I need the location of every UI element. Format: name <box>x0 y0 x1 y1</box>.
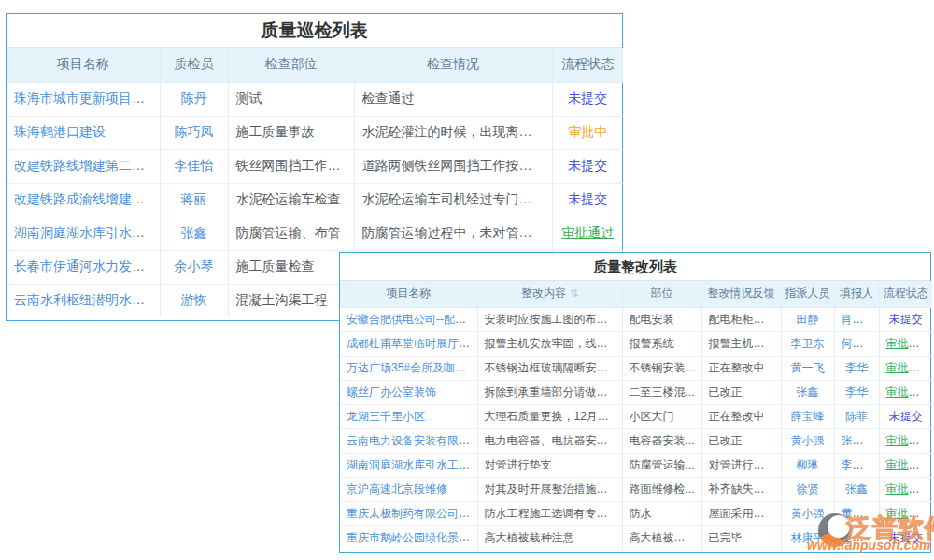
feedback-cell: 已改正 <box>701 428 781 453</box>
column-header-situation[interactable]: 检查情况 <box>354 48 552 82</box>
status-badge[interactable]: 未提交 <box>568 191 607 206</box>
status-badge[interactable]: 审批通过 <box>886 337 931 350</box>
project-link[interactable]: 湖南洞庭湖水库引水工... <box>14 225 156 240</box>
table-row: 湖南洞庭湖水库引水工...张鑫防腐管运输、布管防腐管运输过程中，未对管进行...… <box>7 217 623 250</box>
assignee-link[interactable]: 张鑫 <box>797 385 819 399</box>
column-header-reporter[interactable]: 填报人 <box>834 281 879 307</box>
reporter-link[interactable]: 张鑫 <box>845 483 868 496</box>
table-row: 珠海鹤港口建设陈巧凤施工质量事故水泥砼灌注的时候，出现离析现象审批中 <box>7 116 623 149</box>
column-header-part[interactable]: 部位 <box>622 281 701 307</box>
status-badge[interactable]: 审批通过 <box>886 507 931 520</box>
project-link[interactable]: 湖南洞庭湖水库引水工程施工标 <box>347 458 477 471</box>
assignee-link[interactable]: 黄小强 <box>791 507 825 520</box>
status-badge[interactable]: 审批通过 <box>886 458 931 471</box>
column-header-project[interactable]: 项目名称 <box>7 48 160 82</box>
column-header-project[interactable]: 项目名称 <box>340 281 477 307</box>
reporter-link[interactable]: 陈菲 <box>845 410 868 423</box>
status-badge[interactable]: 未提交 <box>889 313 923 326</box>
part-cell: 测试 <box>228 82 354 116</box>
assignee-link[interactable]: 黄小强 <box>791 434 825 447</box>
reporter-link[interactable]: 何芷茵 <box>842 337 875 350</box>
status-badge[interactable]: 未提交 <box>889 531 923 544</box>
status-badge[interactable]: 未提交 <box>568 158 607 173</box>
reporter-link[interactable]: 董清平 <box>842 507 875 520</box>
assignee-link[interactable]: 黄一飞 <box>791 361 825 374</box>
project-cell: 京沪高速北京段维修 <box>340 477 477 501</box>
status-badge[interactable]: 未提交 <box>889 410 923 423</box>
column-header-content[interactable]: 整改内容⇅ <box>477 281 622 307</box>
assignee-cell: 张鑫 <box>781 380 834 404</box>
assignee-link[interactable]: 柳琳 <box>797 458 819 471</box>
sort-icon[interactable]: ⇅ <box>570 287 578 299</box>
status-badge[interactable]: 审批通过 <box>561 225 614 240</box>
inspector-link[interactable]: 游恢 <box>181 292 207 307</box>
project-link[interactable]: 京沪高速北京段维修 <box>347 483 447 496</box>
project-cell: 万达广场35#会所及咖啡厅空... <box>340 356 477 380</box>
project-link[interactable]: 珠海市城市更新项目紫... <box>14 91 156 105</box>
project-link[interactable]: 改建铁路线增建第二线... <box>14 158 156 173</box>
column-header-part[interactable]: 检查部位 <box>228 48 354 82</box>
project-link[interactable]: 长春市伊通河水力发电... <box>14 259 156 273</box>
assignee-cell: 徐贤 <box>781 477 834 501</box>
column-header-label: 填报人 <box>840 287 873 300</box>
column-header-inspector[interactable]: 质检员 <box>160 48 228 82</box>
project-link[interactable]: 成都杜甫草堂临时展厅独立展... <box>347 337 477 350</box>
feedback-cell: 屋面采用聚氨... <box>701 501 781 525</box>
status-badge[interactable]: 审批中 <box>568 124 607 139</box>
inspector-link[interactable]: 余小琴 <box>175 259 214 273</box>
rectification-table: 项目名称整改内容⇅部位整改情况反馈指派人员填报人流程状态 安徽合肥供电公司--配… <box>340 281 932 550</box>
column-header-status[interactable]: 流程状态 <box>879 281 932 307</box>
situation-cell: 防腐管运输过程中，未对管进行... <box>354 217 552 250</box>
status-badge[interactable]: 审批通过 <box>886 385 931 399</box>
project-link[interactable]: 龙湖三千里小区 <box>347 410 425 423</box>
part-cell: 配电安装 <box>622 307 701 331</box>
table-row: 成都杜甫草堂临时展厅独立展...报警主机安放牢固，线缆连接...报警系统报警主机… <box>340 331 932 356</box>
reporter-link[interactable]: 范思哲 <box>842 531 875 544</box>
assignee-cell: 薛宝峰 <box>781 404 834 428</box>
inspector-link[interactable]: 蒋丽 <box>181 191 207 206</box>
assignee-link[interactable]: 薛宝峰 <box>791 410 825 423</box>
inspector-cell: 陈巧凤 <box>160 116 228 149</box>
reporter-link[interactable]: 李华 <box>845 385 868 399</box>
project-cell: 珠海鹤港口建设 <box>7 116 160 149</box>
status-cell: 审批通过 <box>879 380 932 404</box>
table-row: 龙湖三千里小区大理石质量更换，12月31日之...小区大门正在整改中薛宝峰陈菲未… <box>340 404 932 428</box>
project-link[interactable]: 云南电力设备安装有限公司20... <box>347 434 477 447</box>
assignee-cell: 柳琳 <box>781 453 834 477</box>
assignee-link[interactable]: 李卫东 <box>791 337 825 350</box>
part-cell: 防水 <box>622 501 701 525</box>
inspector-link[interactable]: 张鑫 <box>181 225 207 240</box>
page: 质量巡检列表 项目名称质检员检查部位检查情况流程状态 珠海市城市更新项目紫...… <box>0 0 934 560</box>
status-badge[interactable]: 审批通过 <box>886 483 931 496</box>
reporter-link[interactable]: 张小东 <box>842 434 875 447</box>
inspector-link[interactable]: 陈丹 <box>181 91 207 105</box>
inspector-link[interactable]: 陈巧凤 <box>175 124 214 139</box>
assignee-link[interactable]: 徐贤 <box>797 483 819 496</box>
assignee-link[interactable]: 林康平 <box>791 531 825 544</box>
inspector-cell: 李佳怡 <box>160 149 228 183</box>
inspector-link[interactable]: 李佳怡 <box>175 158 214 173</box>
column-header-assignee[interactable]: 指派人员 <box>781 281 834 307</box>
assignee-link[interactable]: 田静 <box>797 313 819 326</box>
reporter-cell: 何芷茵 <box>834 331 879 356</box>
project-link[interactable]: 珠海鹤港口建设 <box>14 124 106 139</box>
reporter-link[interactable]: 肖亚军 <box>842 313 875 326</box>
project-link[interactable]: 重庆太极制药有限公司亳州中... <box>347 507 477 520</box>
project-link[interactable]: 螺丝厂办公室装饰 <box>347 385 436 399</box>
assignee-cell: 黄小强 <box>781 501 834 525</box>
status-badge[interactable]: 审批通过 <box>886 434 931 447</box>
column-header-status[interactable]: 流程状态 <box>552 48 623 82</box>
project-link[interactable]: 云南水利枢纽潜明水库... <box>14 292 156 307</box>
project-link[interactable]: 重庆市鹅岭公园绿化景观提升... <box>347 531 477 544</box>
project-link[interactable]: 改建铁路成渝线增建第... <box>14 191 156 206</box>
project-link[interactable]: 万达广场35#会所及咖啡厅空... <box>347 361 477 374</box>
project-link[interactable]: 安徽合肥供电公司--配电设备... <box>347 313 477 326</box>
table-row: 改建铁路线增建第二线...李佳怡铁丝网围挡工作检查道路两侧铁丝网围挡工作按设计.… <box>7 149 623 183</box>
reporter-link[interactable]: 李华 <box>845 361 868 374</box>
column-header-feedback[interactable]: 整改情况反馈 <box>701 281 781 307</box>
table-row: 京沪高速北京段维修对其及时开展整治措施，桥头...路面维修检...补齐缺失标志.… <box>340 477 932 501</box>
reporter-link[interactable]: 李若若 <box>842 458 875 471</box>
status-badge[interactable]: 未提交 <box>568 91 607 105</box>
status-badge[interactable]: 审批通过 <box>886 361 931 374</box>
part-cell: 防腐管运输... <box>622 453 701 477</box>
